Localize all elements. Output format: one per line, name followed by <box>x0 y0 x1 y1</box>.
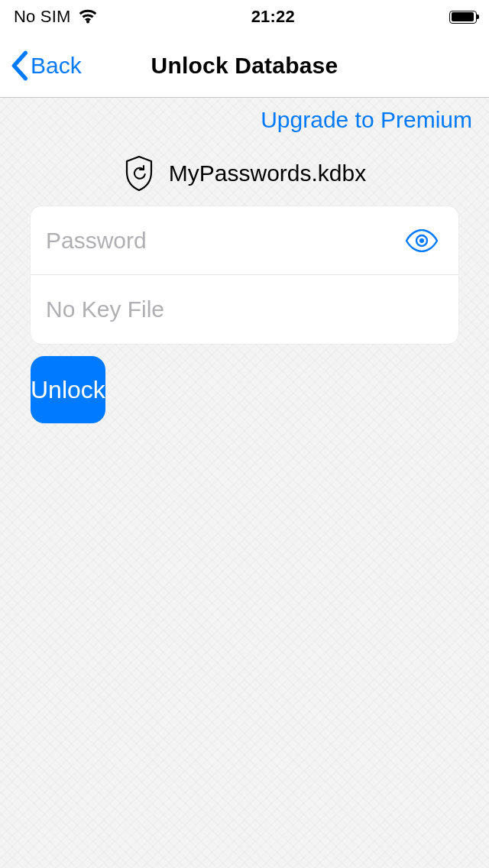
unlock-button[interactable]: Unlock <box>31 356 105 423</box>
battery-icon <box>449 11 477 24</box>
keyfile-row[interactable]: No Key File <box>31 275 458 344</box>
upgrade-link[interactable]: Upgrade to Premium <box>261 107 472 132</box>
password-input[interactable] <box>46 228 400 254</box>
svg-point-1 <box>419 238 424 243</box>
chevron-left-icon <box>9 50 29 81</box>
eye-icon <box>405 229 439 252</box>
status-left: No SIM <box>14 7 97 27</box>
carrier-text: No SIM <box>14 7 71 27</box>
wifi-icon <box>79 8 97 26</box>
nav-bar: Back Unlock Database <box>0 34 489 98</box>
database-file-header: MyPasswords.kdbx <box>0 154 489 193</box>
back-button[interactable]: Back <box>9 50 82 81</box>
database-filename: MyPasswords.kdbx <box>169 160 366 186</box>
back-label: Back <box>31 53 82 79</box>
page-title: Unlock Database <box>151 53 338 79</box>
status-bar: No SIM 21:22 <box>0 0 489 34</box>
toggle-password-visibility-button[interactable] <box>400 225 443 257</box>
password-row <box>31 206 458 275</box>
keyfile-label: No Key File <box>46 296 164 322</box>
shield-sync-icon <box>123 154 155 193</box>
credentials-card: No Key File <box>31 206 458 344</box>
status-time: 21:22 <box>251 7 295 27</box>
